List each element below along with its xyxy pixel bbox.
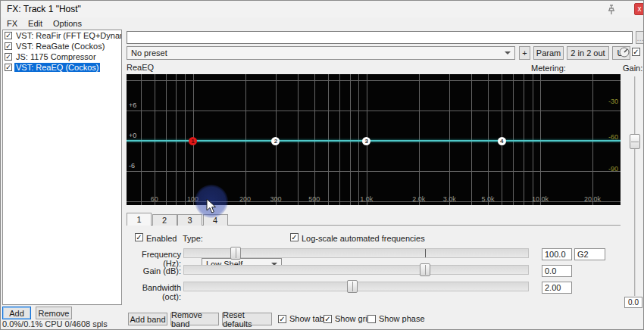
eq-graph[interactable]: +6+0-6601002003005001.0k2.0k3.0k5.0k10.0… bbox=[127, 74, 621, 205]
checkbox[interactable] bbox=[367, 315, 376, 323]
grid-hline bbox=[127, 171, 621, 172]
chevron-down-icon bbox=[505, 51, 511, 54]
db-tick-label: +0 bbox=[129, 132, 136, 139]
add-fx-button[interactable]: Add bbox=[2, 307, 31, 319]
fx-item-label: JS: 1175 Compressor bbox=[14, 52, 98, 61]
gain-fader-track[interactable] bbox=[634, 76, 636, 296]
eq-band-point-3[interactable]: 3 bbox=[362, 137, 370, 145]
fx-item-checkbox[interactable]: ✓ bbox=[5, 64, 12, 71]
fx-item-checkbox[interactable]: ✓ bbox=[5, 32, 12, 39]
eq-band-point-1[interactable]: 1 bbox=[189, 137, 197, 145]
freq-tick-label: 20.0k bbox=[584, 195, 601, 203]
fx-item-label: VST: ReaEQ (Cockos) bbox=[14, 63, 100, 72]
param-button[interactable]: Param bbox=[533, 46, 564, 60]
fx-list-item[interactable]: ✓VST: ReaEQ (Cockos) bbox=[3, 62, 121, 73]
fx-enable-checkbox[interactable]: ✓ bbox=[632, 48, 640, 56]
title-bar: FX: Track 1 "Host" x bbox=[1, 1, 644, 17]
more-button[interactable]: ... bbox=[636, 31, 644, 44]
slider-value-box[interactable]: 100.0 bbox=[542, 248, 572, 260]
checkbox-label: Show phase bbox=[379, 314, 425, 323]
reset-defaults-button[interactable]: Reset defaults bbox=[222, 313, 272, 325]
footer-check-show-tabs[interactable]: ✓Show tabs bbox=[278, 314, 328, 323]
band-tab-3[interactable]: 3 bbox=[177, 214, 202, 226]
preset-combo[interactable]: No preset bbox=[127, 46, 515, 60]
eq-curve bbox=[127, 140, 621, 142]
slider-label: Frequency (Hz): bbox=[127, 250, 181, 268]
db-tick-label: +6 bbox=[129, 101, 136, 109]
slider-handle[interactable] bbox=[420, 263, 430, 276]
menu-item-fx[interactable]: FX bbox=[7, 19, 17, 28]
freq-tick-label: 1.0k bbox=[360, 195, 373, 203]
checkbox[interactable]: ✓ bbox=[324, 315, 332, 323]
eq-band-point-2[interactable]: 2 bbox=[271, 137, 280, 145]
slider-value-box[interactable]: 2.00 bbox=[542, 282, 572, 294]
freq-tick-label: 3.0k bbox=[443, 195, 456, 203]
freq-tick-label: 60 bbox=[151, 195, 158, 203]
eq-band-point-4[interactable]: 4 bbox=[498, 137, 506, 145]
fx-list-item[interactable]: ✓JS: 1175 Compressor bbox=[3, 51, 121, 62]
cpu-status: 0.0%/0.1% CPU 0/4608 spls bbox=[2, 319, 108, 328]
band-tab-2[interactable]: 2 bbox=[152, 214, 177, 226]
freq-tick-label: 5.0k bbox=[481, 195, 494, 203]
close-button[interactable]: x bbox=[634, 3, 644, 15]
freq-tick-label: 10.0k bbox=[532, 195, 549, 203]
fx-list-item[interactable]: ✓VST: ReaGate (Cockos) bbox=[3, 41, 121, 51]
menu-item-options[interactable]: Options bbox=[53, 19, 82, 28]
add-preset-button[interactable]: + bbox=[519, 46, 530, 60]
grid-hline bbox=[127, 111, 621, 111]
logscale-checkbox[interactable]: ✓ bbox=[290, 233, 299, 241]
db-tick-label: -6 bbox=[129, 162, 135, 170]
footer-check-show-grid[interactable]: ✓Show grid bbox=[324, 314, 372, 323]
slider-note-box[interactable]: G2 bbox=[574, 248, 605, 260]
fx-item-label: VST: ReaGate (Cockos) bbox=[14, 42, 106, 51]
slider-tick bbox=[425, 249, 426, 257]
mouse-cursor bbox=[206, 198, 217, 214]
freq-tick-label: 200 bbox=[239, 195, 251, 203]
freq-tick-label: 500 bbox=[308, 195, 320, 203]
gain-value-box[interactable]: 0.0 bbox=[624, 297, 642, 308]
footer-check-show-phase[interactable]: Show phase bbox=[367, 314, 425, 323]
slider-label: Gain (dB): bbox=[127, 266, 181, 276]
fx-chain-window: FX: Track 1 "Host" x FXEditOptions ✓VST:… bbox=[0, 0, 644, 330]
add-band-button[interactable]: Add band bbox=[128, 313, 167, 325]
metering-label: Metering: bbox=[531, 64, 566, 73]
freq-tick-label: 300 bbox=[270, 195, 281, 203]
preset-value: No preset bbox=[131, 48, 167, 58]
meter-scale-label: -90 bbox=[608, 165, 618, 173]
slider-track[interactable] bbox=[183, 282, 529, 291]
wet-dry-knob[interactable] bbox=[619, 47, 630, 58]
grid-hline bbox=[127, 80, 621, 81]
band-enabled-label: Enabled bbox=[146, 234, 177, 243]
checkbox[interactable]: ✓ bbox=[278, 315, 286, 323]
menu-bar: FXEditOptions bbox=[1, 17, 644, 30]
slider-value-box[interactable]: 0.0 bbox=[542, 265, 572, 277]
slider-handle[interactable] bbox=[347, 280, 358, 293]
remove-fx-button[interactable]: Remove bbox=[36, 307, 72, 319]
slider-handle[interactable] bbox=[230, 247, 241, 260]
fx-item-label: VST: ReaFir (FFT EQ+Dynamics ... bbox=[14, 31, 121, 40]
slider-track[interactable] bbox=[183, 265, 529, 275]
fx-comment-input[interactable] bbox=[127, 31, 633, 44]
band-tab-1[interactable]: 1 bbox=[127, 213, 152, 226]
checkbox-label: Show grid bbox=[335, 314, 372, 323]
gain-label: Gain: bbox=[623, 64, 642, 73]
fx-item-checkbox[interactable]: ✓ bbox=[5, 42, 12, 50]
window-title: FX: Track 1 "Host" bbox=[7, 4, 81, 14]
remove-band-button[interactable]: Remove band bbox=[170, 313, 219, 325]
fx-list-item[interactable]: ✓VST: ReaFir (FFT EQ+Dynamics ... bbox=[3, 30, 121, 41]
freq-tick-label: 2.0k bbox=[412, 195, 425, 203]
slider-track[interactable] bbox=[183, 248, 529, 258]
checkbox-label: Show tabs bbox=[289, 314, 328, 323]
gain-fader-handle[interactable] bbox=[630, 134, 640, 149]
fx-item-checkbox[interactable]: ✓ bbox=[5, 53, 12, 61]
fx-list-panel[interactable]: ✓VST: ReaFir (FFT EQ+Dynamics ...✓VST: R… bbox=[2, 30, 122, 305]
io-button[interactable]: 2 in 2 out bbox=[567, 46, 609, 60]
pin-icon[interactable] bbox=[606, 5, 617, 15]
meter-scale-label: -60 bbox=[608, 133, 618, 141]
type-label: Type: bbox=[183, 234, 203, 243]
logscale-label: Log-scale automated frequencies bbox=[302, 234, 425, 243]
meter-scale-label: -30 bbox=[608, 98, 618, 105]
menu-item-edit[interactable]: Edit bbox=[28, 19, 42, 28]
slider-label: Bandwidth (oct): bbox=[127, 283, 181, 301]
band-enabled-checkbox[interactable]: ✓ bbox=[135, 233, 143, 241]
